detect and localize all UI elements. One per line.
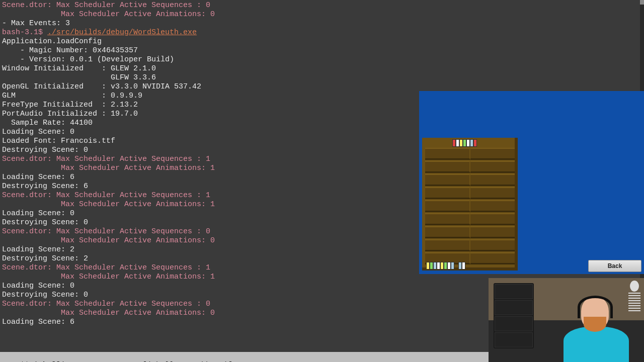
book-icon: [462, 262, 465, 269]
terminal-line: OpenGL Initialized : v3.3.0 NVIDIA 537.4…: [2, 82, 642, 92]
book-icon: [451, 262, 454, 269]
book-icon: [426, 262, 430, 269]
game-window[interactable]: Back: [419, 91, 644, 274]
book-icon: [466, 139, 470, 147]
terminal-line: - Max Events: 3: [2, 19, 642, 28]
terminal-line: Scene.dtor: Max Scheduler Active Sequenc…: [2, 1, 642, 10]
book-icon: [430, 262, 433, 269]
terminal-line: - Version: 0.0.1 (Developer Build): [2, 55, 642, 64]
book-icon: [473, 139, 477, 147]
terminal-line: bash-3.1$ ./src/builds/debug/WordSleuth.…: [2, 28, 642, 37]
webcam-overlay: [489, 278, 644, 362]
streamer: [558, 292, 629, 362]
book-icon: [444, 262, 447, 269]
file-cabinet: [494, 283, 534, 348]
terminal-line: - Magic Number: 0x46435357: [2, 46, 642, 55]
terminal-line: GLFW 3.3.6: [2, 73, 642, 82]
book-icon: [452, 139, 456, 147]
book-icon: [437, 262, 440, 269]
book-icon: [459, 139, 463, 147]
scrollbar-thumb[interactable]: [640, 0, 644, 5]
book-icon: [463, 139, 466, 147]
terminal-line: Max Scheduler Active Animations: 0: [2, 10, 642, 19]
book-icon: [456, 139, 459, 147]
book-icon: [447, 262, 451, 269]
back-button[interactable]: Back: [588, 260, 641, 272]
bookshelf: [422, 138, 521, 274]
book-icon: [440, 262, 444, 269]
terminal-line: Application.loadConfig: [2, 37, 642, 46]
books-top: [452, 139, 477, 147]
book-icon: [470, 139, 473, 147]
terminal-line: Window Initialized : GLEW 2.1.0: [2, 64, 642, 73]
shell-prompt: bash-3.1$: [2, 28, 47, 37]
book-icon: [433, 262, 437, 269]
shell-command: ./src/builds/debug/WordSleuth.exe: [47, 28, 197, 37]
books-bottom-left: [426, 262, 454, 269]
books-bottom-right: [458, 262, 465, 269]
book-icon: [458, 262, 462, 269]
